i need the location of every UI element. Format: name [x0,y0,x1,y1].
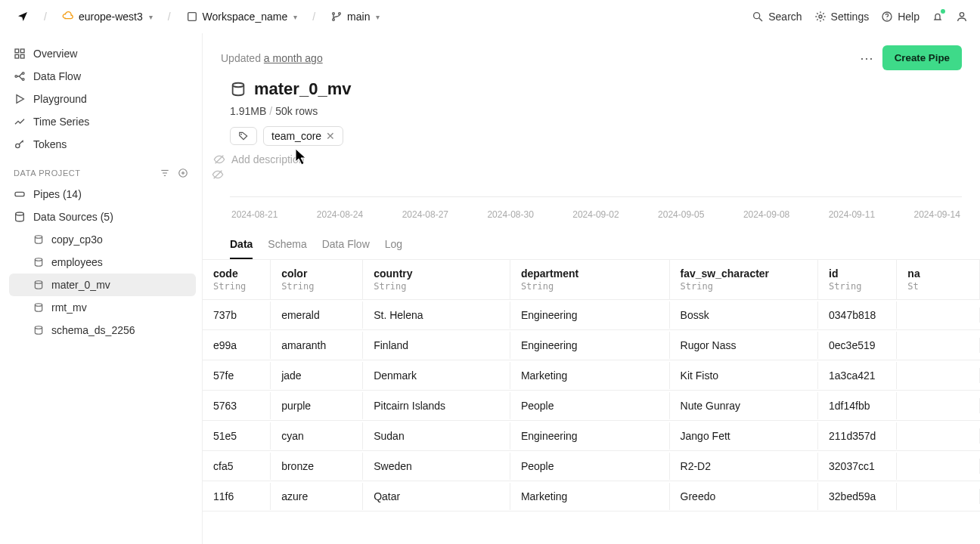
table-cell: R2-D2 [670,453,818,480]
filter-icon[interactable] [160,168,170,178]
table-cell: bronze [271,453,363,480]
tab-data[interactable]: Data [230,238,253,259]
table-header[interactable]: colorString [271,260,363,299]
create-pipe-button[interactable]: Create Pipe [882,45,962,70]
sidebar-item-tokens[interactable]: Tokens [6,133,196,156]
table-row[interactable]: 57fejadeDenmarkMarketingKit Fisto1a3ca42… [203,360,980,391]
table-cell: 1a3ca421 [818,362,897,389]
table-row[interactable]: cfa5bronzeSwedenPeopleR2-D232037cc1 [203,451,980,481]
datasource-meta: 1.91MB/50k rows [230,105,962,117]
workspace-selector[interactable]: Workspace_name ▾ [181,8,302,26]
table-cell: People [510,453,670,480]
table-row[interactable]: e99aamaranthFinlandEngineeringRugor Nass… [203,330,980,360]
region-selector[interactable]: europe-west3 ▾ [57,8,157,26]
svg-point-18 [16,144,20,147]
sidebar-ds-item[interactable]: schema_ds_2256 [9,319,196,342]
col-name: color [281,267,352,280]
col-name: fav_sw_character [681,267,807,280]
sidebar-item-overview[interactable]: Overview [6,42,196,65]
table-cell: Marketing [510,362,670,389]
table-cell: Qatar [363,483,510,510]
more-menu[interactable]: ⋯ [860,50,873,66]
sidebar-ds-item[interactable]: mater_0_mv [9,274,196,296]
cloud-region-icon [62,11,74,23]
table-cell: jade [271,362,363,389]
table-header[interactable]: countryString [363,260,510,299]
chart-x-axis: 2024-08-212024-08-242024-08-272024-08-30… [230,209,962,220]
svg-point-16 [22,79,24,81]
col-name: code [213,267,259,280]
table-row[interactable]: 51e5cyanSudanEngineeringJango Fett211d35… [203,421,980,451]
add-icon[interactable] [178,168,188,178]
tag-chip[interactable]: team_core ✕ [263,126,343,146]
table-cell: Jango Fett [670,422,818,450]
tag-label: team_core [271,130,321,142]
ds-item-label: rmt_mv [51,301,87,314]
updated-link[interactable]: a month ago [264,52,323,64]
profile-button[interactable] [956,11,968,23]
svg-rect-0 [188,13,196,21]
sidebar-item-label: Data Flow [33,70,81,82]
help-icon [881,11,893,23]
svg-point-6 [819,15,822,18]
col-type: String [281,281,352,292]
tab-schema[interactable]: Schema [268,238,306,259]
table-header[interactable]: fav_sw_characterString [670,260,818,299]
svg-rect-13 [20,54,24,58]
sidebar-item-dataflow[interactable]: Data Flow [6,65,196,88]
svg-point-29 [35,281,42,284]
sidebar-ds-item[interactable]: employees [9,251,196,274]
nav-home[interactable] [12,8,33,26]
add-tag-button[interactable] [230,127,257,145]
sidebar-ds-item[interactable]: copy_cp3o [9,228,196,251]
svg-rect-25 [15,192,24,196]
table-row[interactable]: 11f6azureQatarMarketingGreedo32bed59a [203,481,980,512]
close-icon[interactable]: ✕ [326,130,335,142]
branch-selector[interactable]: main ▾ [326,8,384,26]
sidebar-item-label: Tokens [33,138,67,150]
sidebar-item-label: Playground [33,93,87,105]
user-icon [956,11,968,23]
col-type: String [374,281,499,292]
table-header[interactable]: departmentString [510,260,670,299]
tab-log[interactable]: Log [385,238,402,259]
chevron-down-icon: ▾ [376,13,380,21]
help-button[interactable]: Help [881,11,920,23]
branch-label: main [347,11,370,23]
table-header[interactable]: naSt [897,260,980,299]
svg-point-26 [16,212,24,215]
description-input[interactable]: Add description [231,153,305,165]
sidebar-item-datasources[interactable]: Data Sources (5) [6,206,196,228]
table-cell: Nute Gunray [670,392,818,419]
tab-dataflow[interactable]: Data Flow [322,238,370,259]
table-cell: Greedo [670,483,818,510]
page-title: mater_0_mv [254,79,351,99]
table-row[interactable]: 5763purplePitcairn IslandsPeopleNute Gun… [203,391,980,421]
table-header[interactable]: idString [818,260,897,299]
table-row[interactable]: 737bemeraldSt. HelenaEngineeringBossk034… [203,300,980,330]
sidebar-item-playground[interactable]: Playground [6,88,196,110]
svg-rect-10 [15,49,19,53]
sidebar-item-timeseries[interactable]: Time Series [6,110,196,133]
region-label: europe-west3 [79,11,143,23]
timeline-chart [230,178,962,205]
search-label: Search [768,11,802,23]
ds-item-label: employees [51,256,103,268]
chart-tick: 2024-09-11 [829,209,875,220]
bell-icon [932,11,944,23]
svg-rect-12 [15,54,19,58]
settings-button[interactable]: Settings [814,11,870,23]
sidebar-item-pipes[interactable]: Pipes (14) [6,183,196,206]
search-button[interactable]: Search [752,11,802,23]
table-cell: Engineering [510,332,670,359]
svg-point-3 [339,13,341,15]
location-arrow-icon [17,11,29,23]
table-header[interactable]: codeString [203,260,271,299]
chart-visibility-toggle[interactable] [212,168,224,181]
chart-line-icon [14,116,26,128]
breadcrumb-sep: / [44,11,47,23]
search-icon [752,11,764,23]
table-cell: cfa5 [203,453,271,480]
sidebar-ds-item[interactable]: rmt_mv [9,296,196,319]
notifications-button[interactable] [932,11,944,23]
